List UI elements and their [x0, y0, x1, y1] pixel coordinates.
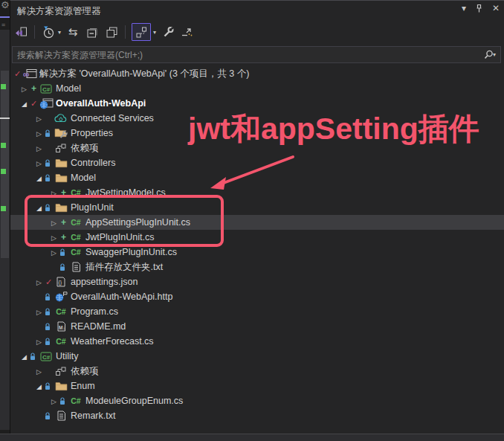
chevron-expanded-icon[interactable]: ◢ — [34, 173, 44, 183]
pin-icon[interactable] — [475, 4, 483, 13]
md-icon: M↓ — [54, 321, 68, 332]
tree-row[interactable]: ▷ C# ModeuleGroupEnum.cs — [10, 393, 504, 408]
change-marker — [1, 143, 6, 148]
copy-layout-icon[interactable] — [104, 25, 119, 39]
chevron-collapsed-icon[interactable]: ▷ — [34, 306, 44, 317]
active-tab-accent — [0, 16, 10, 18]
tree-item-label: README.md — [71, 321, 126, 332]
tree-row[interactable]: ▷ ✓ {} appsettings.json — [10, 274, 504, 289]
show-all-files-caret-icon[interactable]: ▾ — [153, 29, 156, 36]
tree-item-label: OverallAuth-WebApi.http — [71, 292, 172, 302]
lock-badge-icon — [44, 412, 54, 420]
lock-badge-icon — [44, 174, 54, 182]
search-options-caret-icon[interactable]: ▾ — [493, 51, 496, 58]
switch-views-icon[interactable] — [13, 25, 28, 39]
chevron-expanded-icon[interactable]: ◢ — [19, 351, 29, 361]
chevron-collapsed-icon[interactable]: ▷ — [49, 247, 59, 257]
lock-badge-icon — [59, 263, 68, 271]
tree-item-label: 依赖项 — [71, 142, 99, 155]
cloud-icon — [54, 114, 68, 123]
filter-dropdown-caret-icon[interactable]: ▾ — [58, 29, 61, 36]
panel-titlebar[interactable]: 解决方案资源管理器 ▾ ✕ — [10, 1, 504, 20]
chevron-collapsed-icon[interactable]: ▷ — [34, 143, 44, 153]
tree-row[interactable]: ▷ C# Program.cs — [10, 304, 504, 319]
tree-item-label: Program.cs — [71, 306, 118, 317]
lock-badge-icon — [59, 397, 68, 405]
chevron-expanded-icon[interactable]: ◢ — [19, 98, 29, 109]
tree-row[interactable]: ▷ C# WeatherForecast.cs — [10, 334, 504, 349]
solution-icon: ∞ — [22, 68, 37, 79]
cs-icon: C# — [68, 248, 83, 257]
tree-item-label: 依赖项 — [71, 365, 99, 378]
tree-item-label: ModeuleGroupEnum.cs — [85, 396, 183, 406]
tree-row[interactable]: ▷ + C# Model — [10, 81, 504, 96]
tree-row[interactable]: Remark.txt — [10, 408, 504, 423]
search-bar: ▾ — [12, 46, 501, 63]
lock-badge-icon — [44, 129, 54, 138]
tree-row[interactable]: ▷ C# SwaggerPlugInUnit.cs — [10, 245, 504, 260]
tree-item-label: Model — [56, 83, 81, 94]
chevron-collapsed-icon[interactable]: ▷ — [19, 83, 29, 94]
sync-with-active-document-icon[interactable]: ⇆ — [65, 25, 80, 39]
toolbar-separator — [125, 25, 126, 39]
chevron-collapsed-icon[interactable]: ▷ — [34, 158, 44, 168]
tree-item-label: Connected Services — [71, 113, 154, 123]
chevron-expanded-icon[interactable]: ◢ — [34, 381, 44, 391]
lock-badge-icon — [44, 308, 54, 316]
properties-wrench-icon[interactable] — [161, 25, 175, 39]
collapse-all-icon[interactable] — [85, 25, 100, 39]
tree-item-label: Enum — [71, 381, 95, 391]
tree-row[interactable]: 插件存放文件夹.txt — [10, 260, 504, 274]
scrollbar-caret-marker — [0, 118, 10, 119]
tree-item-label: 插件存放文件夹.txt — [85, 261, 163, 274]
window-position-caret-icon[interactable]: ▾ — [462, 3, 466, 13]
editor-scrollbar-track[interactable] — [0, 30, 10, 430]
tree-item-label: Controllers — [71, 158, 115, 168]
lock-badge-icon — [44, 338, 54, 346]
folder-icon — [54, 158, 68, 168]
webproj-icon — [39, 98, 54, 109]
tree-item-label: Utility — [56, 351, 79, 361]
folder-icon — [54, 382, 68, 391]
cs-icon: C# — [54, 307, 68, 316]
annotation-arrow-icon — [201, 149, 301, 195]
chevron-collapsed-icon[interactable]: ▷ — [34, 277, 44, 287]
lock-badge-icon — [44, 323, 54, 331]
tree-row[interactable]: OverallAuth-WebApi.http — [10, 289, 504, 304]
lock-badge-icon — [44, 382, 54, 390]
show-all-files-icon[interactable] — [132, 23, 151, 41]
lock-badge-icon — [44, 159, 54, 167]
chevron-collapsed-icon[interactable]: ▷ — [49, 396, 59, 406]
tree-item-label: Model — [71, 173, 96, 183]
tree-row[interactable]: ◢ C# Utility — [10, 349, 504, 364]
panel-title: 解决方案资源管理器 — [17, 5, 101, 18]
http-icon — [54, 292, 68, 302]
deps-icon — [54, 144, 68, 153]
change-marker — [1, 206, 6, 211]
toolbar-separator — [34, 25, 35, 39]
folder-icon — [54, 173, 68, 183]
tree-row[interactable]: ◢ Enum — [10, 379, 504, 393]
check-badge-icon: ✓ — [44, 277, 54, 287]
csproj-icon: C# — [39, 352, 54, 361]
chevron-collapsed-icon[interactable]: ▷ — [34, 113, 44, 123]
gear-icon: ⚙ — [1, 0, 10, 10]
json-icon: {} — [54, 277, 68, 287]
menu-glyph: = — [1, 21, 5, 28]
tree-item-label: Properties — [71, 128, 113, 138]
cs-icon: C# — [54, 337, 68, 346]
editor-scrollbar-thumb[interactable] — [1, 71, 9, 258]
close-icon[interactable]: ✕ — [492, 3, 500, 13]
chevron-collapsed-icon[interactable]: ▷ — [34, 128, 44, 138]
tree-row[interactable]: ▷ 依赖项 — [10, 364, 504, 379]
lock-badge-icon — [44, 293, 54, 301]
pending-changes-filter-icon[interactable] — [41, 25, 56, 39]
chevron-collapsed-icon[interactable]: ▷ — [34, 336, 44, 347]
chevron-collapsed-icon[interactable]: ▷ — [34, 366, 44, 376]
tree-row[interactable]: M↓ README.md — [10, 319, 504, 334]
change-marker — [1, 84, 6, 89]
tree-row[interactable]: ✓ ∞ 解决方案 'OverallAuth-WebApi' (3 个项目，共 3… — [10, 66, 504, 81]
check-badge-icon: ✓ — [29, 98, 39, 109]
search-input[interactable] — [13, 50, 484, 60]
preview-selected-items-icon[interactable] — [180, 25, 195, 39]
